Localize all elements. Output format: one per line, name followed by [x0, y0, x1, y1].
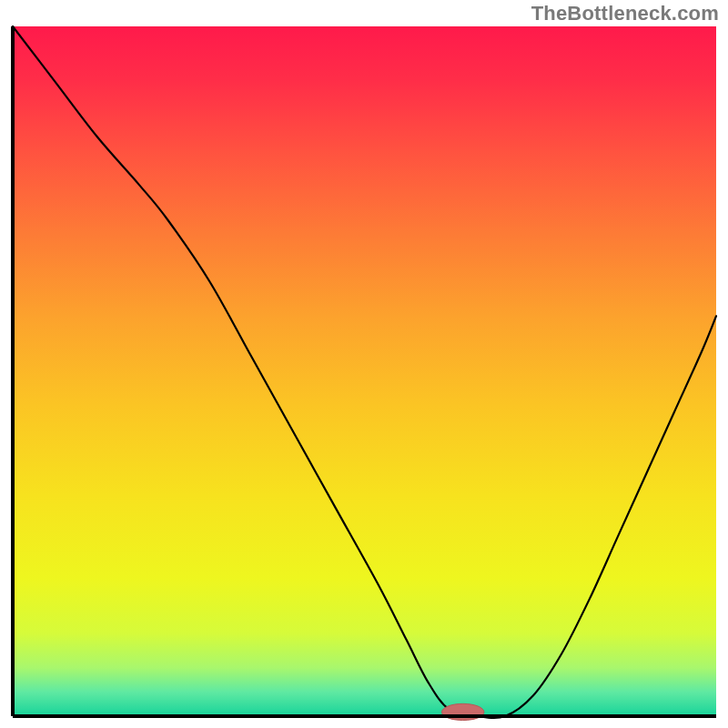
watermark-text: TheBottleneck.com: [531, 2, 719, 25]
chart-container: TheBottleneck.com: [0, 0, 728, 728]
plot-background: [13, 26, 716, 716]
bottleneck-chart: [0, 0, 728, 728]
